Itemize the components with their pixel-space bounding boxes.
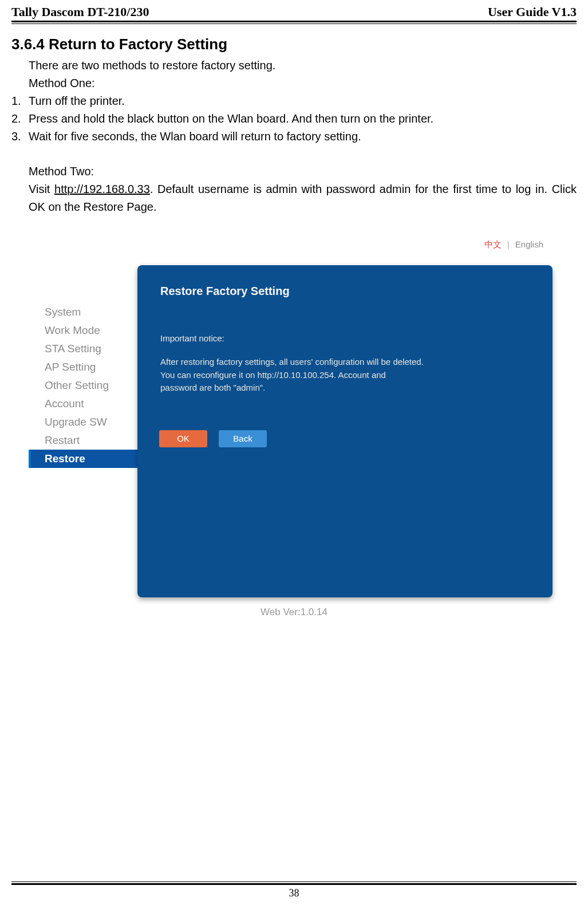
sidebar: System Work Mode STA Setting AP Setting … — [29, 265, 137, 597]
ok-button[interactable]: OK — [159, 430, 207, 447]
sidebar-item-account[interactable]: Account — [29, 395, 137, 413]
step-text: Press and hold the black button on the W… — [29, 110, 433, 128]
section-heading: 3.6.4 Return to Factory Setting — [11, 36, 577, 53]
web-version: Web Ver:1.0.14 — [29, 607, 559, 618]
doc-title-left: Tally Dascom DT-210/230 — [11, 5, 149, 19]
back-button[interactable]: Back — [219, 430, 267, 447]
method-one-label: Method One: — [29, 74, 577, 92]
step-number: 2. — [11, 110, 29, 128]
step-text: Wait for five seconds, the Wlan board wi… — [29, 128, 361, 145]
sidebar-item-upgrade-sw[interactable]: Upgrade SW — [29, 413, 137, 431]
method-two-prefix: Visit — [29, 183, 54, 195]
embedded-screenshot: 中文 | English System Work Mode STA Settin… — [29, 230, 559, 629]
sidebar-item-other-setting[interactable]: Other Setting — [29, 376, 137, 395]
sidebar-item-restore[interactable]: Restore — [29, 450, 137, 468]
notice-label: Important notice: — [160, 333, 530, 343]
lang-chinese-link[interactable]: 中文 — [484, 239, 502, 249]
sidebar-item-restart[interactable]: Restart — [29, 431, 137, 450]
page-number: 38 — [11, 887, 577, 905]
method-one-steps: 1.Turn off the printer. 2.Press and hold… — [11, 92, 577, 145]
footer-rule — [11, 881, 577, 885]
method-two-label: Method Two: — [29, 163, 577, 180]
method-two-text: Visit http://192.168.0.33. Default usern… — [29, 180, 577, 216]
sidebar-item-work-mode[interactable]: Work Mode — [29, 321, 137, 340]
doc-title-right: User Guide V1.3 — [488, 5, 577, 19]
sidebar-item-sta-setting[interactable]: STA Setting — [29, 340, 137, 358]
notice-body: After restoring factory settings, all us… — [160, 356, 424, 395]
sidebar-item-ap-setting[interactable]: AP Setting — [29, 358, 137, 376]
language-bar: 中文 | English — [29, 236, 559, 265]
lang-english-link[interactable]: English — [515, 239, 543, 249]
sidebar-item-system[interactable]: System — [29, 303, 137, 321]
header-rule — [11, 21, 577, 24]
lang-separator: | — [507, 239, 510, 249]
panel-title: Restore Factory Setting — [160, 285, 530, 298]
step-text: Turn off the printer. — [29, 92, 125, 110]
main-panel: Restore Factory Setting Important notice… — [137, 265, 553, 597]
intro-text: There are two methods to restore factory… — [29, 57, 577, 74]
step-number: 1. — [11, 92, 29, 110]
router-url-link[interactable]: http://192.168.0.33 — [54, 183, 150, 195]
step-number: 3. — [11, 128, 29, 145]
